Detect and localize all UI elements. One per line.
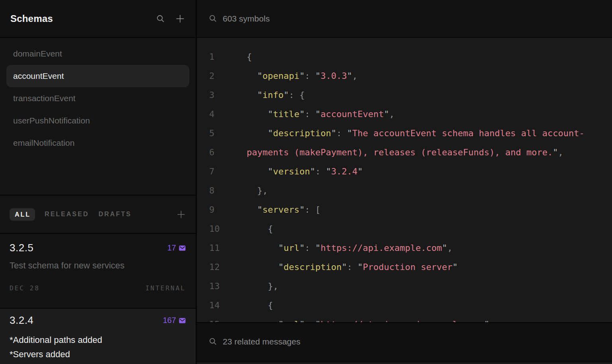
version-changelog: *Additional paths added*Servers added [10,333,186,362]
code-text: "url": "https://staging-api.example.com"… [247,315,495,322]
code-line: 13 }, [209,277,612,296]
code-text: "description": "The accountEvent schema … [247,124,585,143]
code-line: 10 { [209,219,612,239]
code-line: 2 "openapi": "3.0.3", [209,67,612,86]
line-number: 12 [209,258,247,277]
line-number: 3 [209,86,247,105]
code-line: 9 "servers": [ [209,200,612,219]
code-line: 3 "info": { [209,86,612,105]
main-panel: 603 symbols 1{2 "openapi": "3.0.3",3 "in… [197,0,612,364]
sidebar-item-emailNotification[interactable]: emailNotification [6,132,189,154]
sidebar-item-userPushNotification[interactable]: userPushNotification [6,110,189,132]
version-card[interactable]: 3.2.5 17 Test schema for new services DE… [0,234,196,309]
code-line: 1{ [209,47,612,67]
code-text: { [247,296,273,315]
code-line: 4 "title": "accountEvent", [209,105,612,124]
version-card-header: 3.2.5 17 [10,242,186,254]
changelog-note: *Additional paths added [10,333,186,347]
search-icon [209,15,217,22]
code-text: "openapi": "3.0.3", [247,67,357,86]
version-visibility-badge: INTERNAL [145,284,186,292]
code-line: 11 "url": "https://api.example.com", [209,239,612,258]
tab-all[interactable]: ALL [10,208,35,221]
page-title: Schemas [10,13,145,24]
line-number: 6 [209,143,247,162]
line-number: 7 [209,162,247,181]
version-meta: DEC 28 INTERNAL [10,284,186,292]
line-number: 5 [209,124,247,143]
symbols-count-label: 603 symbols [223,14,270,23]
sidebar: Schemas domainEventaccountEventtransacti… [0,0,197,364]
plus-icon [177,210,185,219]
code-text: { [247,219,273,239]
schema-list: domainEventaccountEventtransactionEventu… [0,38,196,196]
sidebar-item-domainEvent[interactable]: domainEvent [6,43,189,65]
code-line: 5 "description": "The accountEvent schem… [209,124,612,143]
version-card[interactable]: 3.2.4 167 *Additional paths added*Server… [0,309,196,364]
code-text: "servers": [ [247,200,320,219]
line-number: 2 [209,67,247,86]
search-icon [157,15,165,23]
tab-drafts[interactable]: DRAFTS [98,211,131,218]
add-version-button[interactable] [177,210,185,219]
code-text: "title": "accountEvent", [247,105,394,124]
code-text: }, [247,181,268,200]
app-window: Schemas domainEventaccountEventtransacti… [0,0,612,364]
code-line: 15 "url": "https://staging-api.example.c… [209,315,612,322]
message-count-badge[interactable]: 167 [163,316,186,325]
message-count: 17 [167,243,176,252]
related-messages-bar[interactable]: 23 related messages [197,322,612,360]
code-text: "info": { [247,86,305,105]
line-number: 10 [209,219,247,239]
sidebar-item-accountEvent[interactable]: accountEvent [6,65,189,87]
related-messages-label: 23 related messages [223,337,300,346]
message-count-badge[interactable]: 17 [167,243,186,252]
search-icon [209,338,217,345]
code-line: 8 }, [209,181,612,200]
code-text: }, [247,277,278,296]
window-bottom-edge [197,360,612,362]
code-line: 12 "description": "Production server" [209,258,612,277]
code-text: "url": "https://api.example.com", [247,239,453,258]
line-number: 4 [209,105,247,124]
version-number: 3.2.4 [10,314,33,327]
version-description: Test schema for new services [10,260,186,271]
code-line: 6payments (makePayment), releases (relea… [209,143,612,162]
line-number: 9 [209,200,247,219]
sidebar-header: Schemas [0,0,196,38]
line-number: 11 [209,239,247,258]
sidebar-item-transactionEvent[interactable]: transactionEvent [6,87,189,110]
plus-icon [176,14,184,23]
line-number: 1 [209,47,247,67]
code-text: "description": "Production server" [247,258,458,277]
tab-released[interactable]: RELEASED [45,211,89,218]
version-date: DEC 28 [10,284,40,292]
code-line: 14 { [209,296,612,315]
code-text: { [247,47,252,67]
code-text: "version": "3.2.4" [247,162,363,181]
version-card-header: 3.2.4 167 [10,314,186,327]
line-number: 8 [209,181,247,200]
line-number: 15 [209,315,247,322]
code-line: 7 "version": "3.2.4" [209,162,612,181]
add-schema-button[interactable] [176,14,184,23]
code-editor[interactable]: 1{2 "openapi": "3.0.3",3 "info": {4 "tit… [197,38,612,322]
message-count: 167 [163,316,176,325]
version-number: 3.2.5 [10,242,33,254]
symbols-search-bar[interactable]: 603 symbols [197,0,612,38]
envelope-icon [179,318,186,323]
search-schemas-button[interactable] [157,15,165,23]
line-number: 13 [209,277,247,296]
line-number: 14 [209,296,247,315]
version-filter-tabs: ALLRELEASEDDRAFTS [0,196,196,234]
envelope-icon [179,245,186,251]
changelog-note: *Servers added [10,347,186,362]
code-text: payments (makePayment), releases (releas… [247,143,563,162]
